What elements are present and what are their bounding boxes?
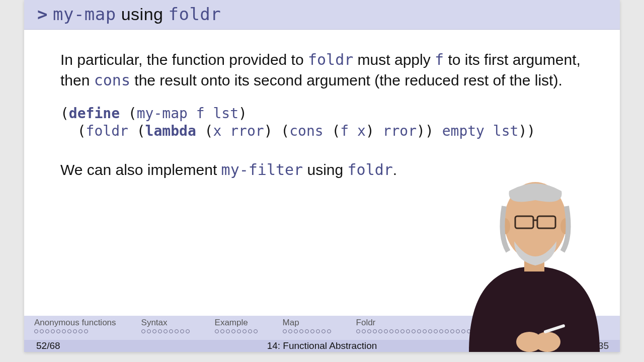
nav-dot[interactable] xyxy=(389,329,393,333)
nav-dot[interactable] xyxy=(373,329,377,333)
nav-dot[interactable] xyxy=(434,329,438,333)
nav-dot[interactable] xyxy=(186,329,190,333)
nav-dot[interactable] xyxy=(450,329,454,333)
nav-section-label: Example xyxy=(215,318,258,328)
nav-section[interactable]: Syntax xyxy=(141,318,190,333)
nav-dot[interactable] xyxy=(439,329,443,333)
svg-point-2 xyxy=(500,218,510,234)
nav-dot[interactable] xyxy=(506,329,510,333)
nav-dot[interactable] xyxy=(73,329,77,333)
slide-body: In particular, the function provided to … xyxy=(24,30,620,180)
code-cons: cons xyxy=(94,71,130,89)
paragraph-2: We can also implement my-filter using fo… xyxy=(60,160,595,180)
footer-bar: 52/68 14: Functional Abstraction 1:35 xyxy=(24,340,620,352)
nav-dot[interactable] xyxy=(511,329,515,333)
nav-dot[interactable] xyxy=(34,329,38,333)
nav-dot[interactable] xyxy=(45,329,49,333)
nav-dot[interactable] xyxy=(310,329,314,333)
nav-dot[interactable] xyxy=(484,329,488,333)
nav-dot[interactable] xyxy=(254,329,258,333)
nav-dot[interactable] xyxy=(40,329,44,333)
nav-dot[interactable] xyxy=(428,329,432,333)
nav-dot[interactable] xyxy=(461,329,465,333)
nav-dot[interactable] xyxy=(445,329,449,333)
nav-dot[interactable] xyxy=(417,329,421,333)
nav-dot[interactable] xyxy=(456,329,460,333)
nav-dot[interactable] xyxy=(294,329,298,333)
nav-dot[interactable] xyxy=(472,329,476,333)
nav-dot[interactable] xyxy=(367,329,371,333)
nav-dot[interactable] xyxy=(500,329,504,333)
svg-point-1 xyxy=(504,182,567,260)
nav-section[interactable]: Map xyxy=(283,318,331,333)
nav-section[interactable]: Example xyxy=(215,318,258,333)
nav-dot[interactable] xyxy=(283,329,287,333)
nav-dot[interactable] xyxy=(395,329,399,333)
nav-dot[interactable] xyxy=(362,329,366,333)
nav-dot[interactable] xyxy=(321,329,326,333)
nav-dot[interactable] xyxy=(62,329,66,333)
nav-section-dots xyxy=(283,329,331,333)
nav-dot[interactable] xyxy=(517,329,521,333)
code-my-filter: my-filter xyxy=(221,161,303,178)
nav-section-label: Syntax xyxy=(141,318,190,328)
nav-dot[interactable] xyxy=(51,329,55,333)
nav-dot[interactable] xyxy=(180,329,184,333)
code-block: (define (my-map f lst) (foldr (lambda (x… xyxy=(60,105,595,140)
nav-dot[interactable] xyxy=(467,329,471,333)
nav-dot[interactable] xyxy=(299,329,303,333)
nav-section-label: Foldr xyxy=(356,318,532,328)
nav-dot[interactable] xyxy=(237,329,241,333)
code-foldr-2: foldr xyxy=(348,161,393,178)
nav-section-dots xyxy=(141,329,190,333)
nav-dot[interactable] xyxy=(384,329,388,333)
code-foldr: foldr xyxy=(308,51,353,68)
svg-rect-0 xyxy=(524,246,544,272)
code-f: f xyxy=(435,51,444,68)
nav-dot[interactable] xyxy=(406,329,410,333)
nav-dot[interactable] xyxy=(56,329,60,333)
nav-dot[interactable] xyxy=(495,329,499,333)
nav-dot[interactable] xyxy=(164,329,168,333)
nav-dot[interactable] xyxy=(478,329,482,333)
nav-dot[interactable] xyxy=(226,329,230,333)
nav-dot[interactable] xyxy=(152,329,156,333)
nav-section-dots xyxy=(34,329,116,333)
nav-dot[interactable] xyxy=(84,329,88,333)
nav-dot[interactable] xyxy=(175,329,179,333)
nav-dot[interactable] xyxy=(141,329,145,333)
nav-section-dots xyxy=(356,329,532,333)
nav-dot[interactable] xyxy=(528,329,532,333)
nav-dot[interactable] xyxy=(412,329,416,333)
nav-dot[interactable] xyxy=(231,329,235,333)
nav-dot[interactable] xyxy=(147,329,151,333)
nav-dot[interactable] xyxy=(78,329,83,333)
nav-dot[interactable] xyxy=(248,329,252,333)
nav-dot[interactable] xyxy=(169,329,173,333)
title-code-2: foldr xyxy=(168,4,221,24)
nav-section[interactable]: Anonymous functions xyxy=(34,318,116,333)
nav-dot[interactable] xyxy=(423,329,427,333)
nav-section[interactable]: Foldr xyxy=(356,318,532,333)
nav-dot[interactable] xyxy=(356,329,360,333)
svg-point-3 xyxy=(560,218,571,234)
nav-dot[interactable] xyxy=(67,329,71,333)
paragraph-1: In particular, the function provided to … xyxy=(60,50,595,90)
nav-dot[interactable] xyxy=(288,329,292,333)
nav-section-label: Anonymous functions xyxy=(34,318,116,328)
nav-dot[interactable] xyxy=(316,329,320,333)
nav-dot[interactable] xyxy=(215,329,219,333)
nav-dot[interactable] xyxy=(400,329,405,333)
nav-dot[interactable] xyxy=(378,329,382,333)
nav-dot[interactable] xyxy=(158,329,162,333)
title-code-1: my-map xyxy=(53,4,116,24)
nav-dot[interactable] xyxy=(522,329,526,333)
title-using: using xyxy=(116,5,169,24)
nav-dot[interactable] xyxy=(305,329,309,333)
nav-dot[interactable] xyxy=(220,329,224,333)
nav-dot[interactable] xyxy=(327,329,331,333)
nav-dot[interactable] xyxy=(489,329,493,333)
svg-rect-5 xyxy=(537,216,555,228)
section-nav: Anonymous functionsSyntaxExampleMapFoldr xyxy=(24,316,620,340)
nav-dot[interactable] xyxy=(243,329,247,333)
